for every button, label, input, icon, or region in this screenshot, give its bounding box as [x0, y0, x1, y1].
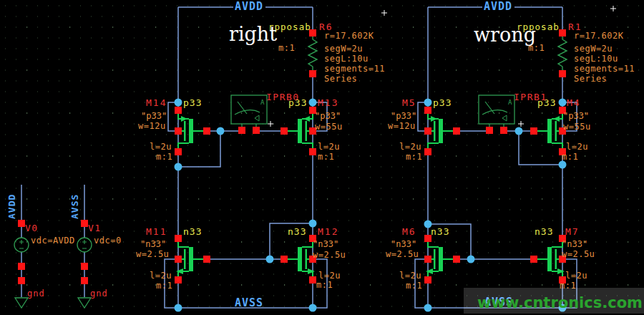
pin[interactable] — [424, 127, 431, 135]
label-transistors-3-mult[interactable]: m:1 — [562, 152, 578, 162]
pin[interactable] — [18, 220, 25, 227]
resistor-R6[interactable] — [308, 33, 317, 74]
transistor-M14[interactable] — [178, 110, 207, 152]
label-probes-1-name[interactable]: IPRB1 — [514, 92, 547, 102]
label-transistors-3-w[interactable]: w=55u — [563, 122, 591, 132]
pin[interactable] — [280, 256, 288, 263]
label-transistors-1-mult[interactable]: m:1 — [318, 152, 334, 162]
label-transistors-0-cell[interactable]: p33 — [183, 97, 202, 108]
label-transistors-1-w[interactable]: w=55u — [315, 122, 343, 132]
label-transistors-4-name[interactable]: M11 — [146, 226, 167, 237]
label-transistors-5-l[interactable]: l=2u — [318, 271, 341, 281]
current-probe-IPRB1[interactable]: A — [479, 95, 514, 130]
pin[interactable] — [238, 127, 245, 134]
label-transistors-0-name[interactable]: M14 — [146, 97, 167, 108]
label-resistors-0-props-2[interactable]: segL:10u — [324, 54, 369, 64]
label-transistors-4-model[interactable]: "n33" — [140, 239, 166, 249]
label-transistors-2-name[interactable]: M5 — [402, 97, 416, 108]
label-resistors-1-props-3[interactable]: segments=11 — [574, 64, 635, 74]
label-resistors-1-props-4[interactable]: Series — [574, 74, 607, 84]
pin[interactable] — [81, 263, 88, 270]
label-sources-0-net[interactable]: AVDD — [6, 194, 17, 219]
pin[interactable] — [253, 127, 260, 134]
label-transistors-5-mult[interactable]: m:1 — [316, 280, 333, 290]
pin[interactable] — [175, 276, 182, 284]
pin[interactable] — [559, 70, 566, 77]
label-transistors-0-w[interactable]: w=12u — [138, 121, 166, 131]
label-sources-1-net[interactable]: AVSS — [69, 194, 80, 219]
pin[interactable] — [18, 277, 25, 284]
net-label-avdd-right[interactable]: AVDD — [484, 0, 512, 13]
label-transistors-3-name[interactable]: M4 — [567, 97, 581, 108]
label-probes-0-name[interactable]: IPRB0 — [266, 92, 300, 102]
pin[interactable] — [530, 256, 537, 263]
pin[interactable] — [424, 107, 431, 114]
label-transistors-6-cell[interactable]: n33 — [431, 226, 449, 237]
label-transistors-6-model[interactable]: "n33" — [391, 239, 416, 249]
devices[interactable]: AA — [14, 33, 567, 308]
pin[interactable] — [81, 220, 88, 227]
pin[interactable] — [280, 127, 288, 135]
label-transistors-7-w[interactable]: w=2.5u — [562, 249, 595, 259]
pin[interactable] — [175, 107, 182, 114]
label-resistors-0-props-3[interactable]: segments=11 — [324, 64, 385, 74]
label-transistors-5-model[interactable]: "n33" — [313, 239, 338, 249]
label-transistors-6-mult[interactable]: m:1 — [406, 281, 422, 291]
label-transistors-5-w[interactable]: w=2.5u — [313, 250, 346, 260]
label-transistors-6-w[interactable]: w=2.5u — [386, 249, 419, 259]
pin[interactable] — [424, 256, 431, 263]
label-transistors-7-name[interactable]: M7 — [565, 226, 580, 237]
label-sources-1-ground[interactable]: gnd — [90, 289, 108, 299]
label-transistors-6-l[interactable]: l=2u — [399, 271, 421, 281]
label-resistors-1-props-1[interactable]: segW=2u — [574, 44, 613, 54]
label-sources-0-ground[interactable]: gnd — [27, 289, 45, 299]
label-resistors-0-props-1[interactable]: segW=2u — [324, 44, 363, 54]
label-sources-0-name[interactable]: V0 — [25, 223, 39, 233]
device-pins[interactable] — [18, 29, 566, 284]
pin[interactable] — [486, 127, 493, 134]
pin[interactable] — [175, 235, 182, 242]
labels[interactable]: M14p33"p33"w=12ul=2um:1M13p33"p33"w=55ul… — [6, 0, 635, 309]
pin[interactable] — [530, 127, 537, 135]
net-label-avdd-left[interactable]: AVDD — [235, 0, 263, 13]
label-sources-0-param[interactable]: vdc=AVDD — [31, 236, 75, 246]
label-resistors-0-props-4[interactable]: Series — [324, 74, 357, 84]
label-resistors-0-props-0[interactable]: r=17.602K — [324, 31, 374, 41]
transistor-M13[interactable] — [284, 110, 313, 152]
pin[interactable] — [203, 127, 210, 135]
label-transistors-4-w[interactable]: w=2.5u — [136, 249, 169, 259]
label-transistors-1-l[interactable]: l=2u — [318, 142, 340, 152]
transistor-M5[interactable] — [428, 110, 457, 152]
label-transistors-2-mult[interactable]: m:1 — [406, 152, 422, 162]
pin[interactable] — [559, 29, 566, 37]
label-resistors-0-mult[interactable]: m:1 — [278, 43, 295, 53]
label-transistors-4-mult[interactable]: m:1 — [156, 281, 172, 291]
label-transistors-2-cell[interactable]: p33 — [433, 97, 452, 108]
label-sources-1-name[interactable]: V1 — [88, 223, 102, 233]
current-probe-IPRB0[interactable]: A — [231, 95, 267, 130]
pin[interactable] — [424, 276, 431, 284]
label-transistors-6-name[interactable]: M6 — [402, 226, 416, 237]
label-transistors-1-model[interactable]: "p33" — [315, 111, 341, 121]
pin[interactable] — [18, 263, 25, 270]
label-transistors-4-l[interactable]: l=2u — [150, 271, 172, 281]
label-transistors-7-l[interactable]: l=2u — [565, 271, 587, 281]
resistor-R1[interactable] — [558, 33, 567, 74]
pin[interactable] — [309, 276, 316, 284]
label-transistors-1-name[interactable]: M13 — [318, 97, 338, 108]
pin[interactable] — [453, 256, 460, 263]
label-transistors-3-l[interactable]: l=2u — [566, 142, 588, 152]
pin[interactable] — [175, 148, 182, 155]
label-transistors-7-cell[interactable]: n33 — [535, 226, 553, 237]
pin[interactable] — [309, 148, 316, 155]
label-transistors-4-cell[interactable]: n33 — [183, 226, 202, 237]
label-resistors-1-props-2[interactable]: segL:10u — [574, 54, 618, 64]
pin[interactable] — [81, 277, 88, 284]
label-sources-1-param[interactable]: vdc=0 — [94, 236, 122, 246]
label-transistors-2-model[interactable]: "p33" — [391, 111, 416, 121]
pin[interactable] — [175, 127, 182, 135]
pin[interactable] — [309, 70, 316, 77]
pin[interactable] — [453, 127, 460, 135]
label-transistors-2-w[interactable]: w=12u — [388, 121, 416, 131]
pin[interactable] — [203, 256, 210, 263]
